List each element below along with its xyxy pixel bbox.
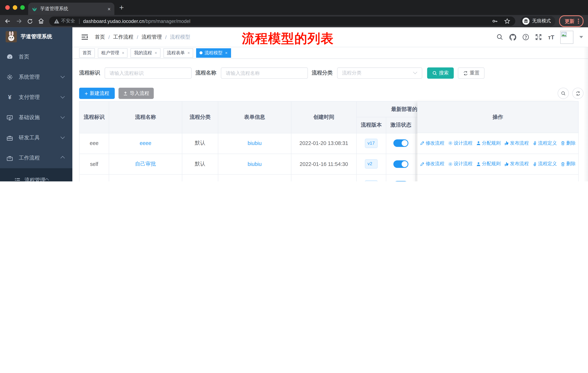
new-tab-button[interactable]: + [119,3,124,12]
font-size-icon[interactable]: тT [548,34,554,40]
key-icon[interactable] [492,18,498,24]
process-definition-link[interactable]: 流程定义 [533,140,557,146]
tag-process-model[interactable]: 流程模型 × [196,48,231,57]
active-toggle[interactable] [393,160,408,168]
version-badge[interactable]: v2 [365,159,378,169]
process-name-link[interactable]: 自己审批 [135,161,156,167]
design-process-link[interactable]: 设计流程 [448,140,473,146]
home-icon[interactable] [38,18,44,24]
bookmark-star-icon[interactable] [504,18,510,24]
publish-process-link[interactable]: 发布流程 [504,140,529,146]
version-badge[interactable]: v17 [365,139,378,148]
search-icon[interactable] [497,34,504,40]
form-info-link[interactable]: biubiu [248,140,262,146]
col-header-category: 流程分类 [182,102,218,133]
tag-my-process[interactable]: 我的流程 × [131,48,160,57]
fullscreen-icon[interactable] [535,34,542,40]
active-toggle[interactable] [393,140,408,147]
create-process-button[interactable]: + 新建流程 [79,88,115,99]
back-icon[interactable] [5,18,11,24]
table-toolbar: + 新建流程 导入流程 [79,88,588,99]
help-icon[interactable] [523,34,529,40]
sidebar-item-workflow[interactable]: 工作流程 [0,148,72,168]
tag-close-icon[interactable]: × [225,51,228,55]
tag-close-icon[interactable]: × [187,51,190,55]
toolbox-icon [7,135,13,141]
tag-home[interactable]: 首页 [79,48,95,57]
sidebar: 芋道管理系统 首页 系统管理 ¥ 支付管理 [0,27,72,181]
sidebar-item-label: 流程管理 [24,177,45,181]
search-button[interactable]: 搜索 [427,67,454,79]
reload-icon[interactable] [27,18,33,24]
tag-close-icon[interactable]: × [155,51,157,55]
version-badge[interactable]: v5 [365,180,378,181]
window-controls[interactable] [5,5,25,10]
show-search-button[interactable] [557,88,569,99]
favicon-plant-icon [32,6,37,11]
chevron-down-icon [61,74,65,78]
forward-icon[interactable] [16,18,22,24]
delete-process-link[interactable]: 删除 [561,161,576,167]
search-icon [561,91,566,96]
active-toggle[interactable] [393,181,408,181]
browser-tab[interactable]: 芋道管理系统 × [28,2,114,15]
import-process-button[interactable]: 导入流程 [118,88,154,99]
url-text[interactable]: dashboard.yudao.iocoder.cn/bpm/manager/m… [83,18,190,24]
tag-process-form[interactable]: 流程表单 × [164,48,193,57]
operations-column: 操作 修改流程设计流程分配规则发布流程流程定义删除修改流程设计流程分配规则发布流… [417,101,579,181]
sidebar-item-process-mgmt[interactable]: 流程管理 [0,171,72,181]
url-bar[interactable]: 不安全 dashboard.yudao.iocoder.cn/bpm/manag… [49,17,515,26]
sidebar-item-payment[interactable]: ¥ 支付管理 [0,87,72,107]
chevron-down-icon [61,115,65,119]
minimize-window-button[interactable] [13,5,17,10]
assign-rule-link[interactable]: 分配规则 [476,140,501,146]
tab-close-icon[interactable]: × [107,6,111,11]
publish-process-link[interactable]: 发布流程 [504,161,529,167]
search-form: 流程标识 流程名称 流程分类 流程分类 搜索 重置 [79,67,588,79]
process-category-select[interactable]: 流程分类 [337,67,422,79]
edit-process-link[interactable]: 修改流程 [420,140,444,146]
sidebar-item-system[interactable]: 系统管理 [0,67,72,87]
breadcrumb-workflow[interactable]: 工作流程 [113,34,133,40]
edit-process-link[interactable]: 修改流程 [420,161,444,167]
caret-down-icon[interactable] [579,36,583,38]
refresh-table-button[interactable] [572,88,584,99]
process-name-link[interactable]: eeee [140,140,151,146]
incognito-icon [522,18,529,25]
process-key-label: 流程标识 [79,70,100,77]
reset-button[interactable]: 重置 [458,67,484,79]
design-process-link[interactable]: 设计流程 [448,161,473,167]
tags-bar: 首页 租户管理 × 我的流程 × 流程表单 × 流程模型 × [72,47,588,59]
breadcrumb-home[interactable]: 首页 [95,34,105,40]
col-header-process-id: 流程标识 [79,102,109,133]
tag-tenant[interactable]: 租户管理 × [98,48,128,57]
breadcrumb-process-mgmt[interactable]: 流程管理 [142,34,162,40]
sidebar-item-devtools[interactable]: 研发工具 [0,128,72,148]
github-icon[interactable] [509,33,516,40]
process-name-input[interactable] [221,67,308,79]
tag-label: 租户管理 [101,50,119,56]
avatar[interactable] [560,30,573,44]
not-secure-warning[interactable]: 不安全 [54,18,75,24]
toggle-knob [401,140,408,146]
sidebar-item-infra[interactable]: 基础设施 [0,107,72,128]
update-button[interactable]: 更新 [559,15,584,27]
gear-icon [7,74,13,80]
sidebar-item-label: 研发工具 [19,135,61,141]
tag-label: 我的流程 [134,50,152,56]
pencil-icon [420,162,424,166]
process-key-input[interactable] [105,67,192,79]
maximize-window-button[interactable] [20,5,25,10]
process-definition-link[interactable]: 流程定义 [533,161,557,167]
collapse-sidebar-icon[interactable] [81,33,88,41]
menu-dots-icon[interactable] [578,19,579,24]
form-info-link[interactable]: biubiu [248,161,262,167]
yen-icon: ¥ [7,94,13,101]
workflow-submenu: 流程管理 流程表单 用户分组 流程模型 [0,168,72,181]
close-window-button[interactable] [5,5,10,10]
delete-process-link[interactable]: 删除 [561,140,576,146]
assign-rule-link[interactable]: 分配规则 [476,161,501,167]
sidebar-item-home[interactable]: 首页 [0,47,72,67]
active-dot [200,51,202,54]
tag-close-icon[interactable]: × [122,51,124,55]
